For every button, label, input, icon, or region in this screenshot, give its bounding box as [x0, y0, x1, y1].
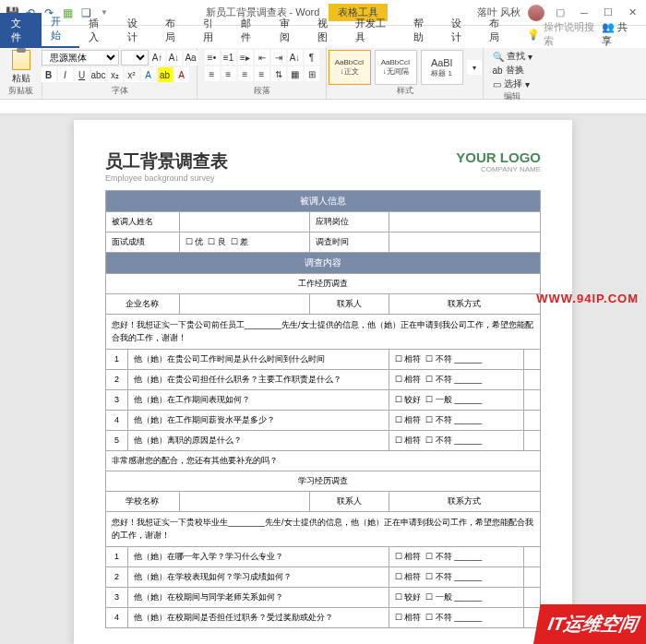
paste-icon [12, 50, 30, 70]
tab-view[interactable]: 视图 [308, 13, 346, 48]
group-font: 思源黑体 10 A↑ A↓ Aa B I U abc x₂ x² A ab A … [42, 48, 197, 99]
sort-icon[interactable]: A↓ [288, 50, 303, 65]
shading-icon[interactable]: ▦ [288, 66, 303, 81]
select-button[interactable]: ▭选择▾ [493, 78, 532, 90]
paste-button[interactable]: 粘贴 [12, 50, 30, 85]
tell-me-search[interactable]: 💡操作说明搜索 [527, 20, 602, 48]
table-row[interactable]: 2他（她）在贵公司担任什么职务？主要工作职责是什么？相符 不符 ______ [106, 369, 541, 389]
tab-review[interactable]: 审阅 [270, 13, 308, 48]
underline-button[interactable]: U [75, 67, 90, 82]
highlight-icon[interactable]: ab [158, 67, 173, 82]
tab-insert[interactable]: 插入 [79, 13, 117, 48]
increase-indent-icon[interactable]: ⇥ [271, 50, 286, 65]
close-icon[interactable]: ✕ [624, 6, 640, 18]
bold-button[interactable]: B [42, 67, 56, 82]
document-area[interactable]: 员工背景调查表 Employee background survey YOUR … [0, 114, 646, 644]
maximize-icon[interactable]: ☐ [600, 6, 616, 18]
align-left-icon[interactable]: ≡ [205, 66, 220, 81]
multilevel-icon[interactable]: ≡▸ [238, 50, 253, 65]
logo-placeholder[interactable]: YOUR LOGO [456, 149, 541, 165]
doc-subtitle[interactable]: Employee background survey [105, 173, 228, 183]
table-row[interactable]: 1他（她）在哪一年入学？学习什么专业？相符 不符 ______ [106, 546, 541, 566]
show-marks-icon[interactable]: ¶ [305, 50, 319, 65]
group-styles: AaBbCcI↓正文 AaBbCcI↓无间隔 AaBl标题 1 ▾ 样式 [327, 48, 484, 99]
watermark-url: WWW.94IP.COM [536, 292, 639, 305]
table-row[interactable]: 4他（她）在校期间是否担任过职务？受过奖励或处分？相符 不符 ______ [106, 607, 541, 627]
table-row[interactable]: 2他（她）在学校表现如何？学习成绩如何？相符 不符 ______ [106, 566, 541, 587]
subscript-button[interactable]: x₂ [108, 67, 123, 82]
shrink-font-icon[interactable]: A↓ [167, 51, 182, 66]
select-icon: ▭ [493, 79, 501, 89]
doc-title[interactable]: 员工背景调查表 [105, 149, 228, 173]
tab-mailings[interactable]: 邮件 [232, 13, 269, 48]
tab-table-layout[interactable]: 布局 [480, 13, 518, 48]
tab-file[interactable]: 文件 [0, 13, 42, 48]
tab-help[interactable]: 帮助 [404, 13, 442, 48]
italic-button[interactable]: I [58, 67, 73, 82]
justify-icon[interactable]: ≡ [255, 66, 269, 81]
align-right-icon[interactable]: ≡ [238, 66, 253, 81]
line-spacing-icon[interactable]: ⇅ [271, 66, 286, 81]
font-size-select[interactable]: 10 [121, 50, 149, 66]
superscript-button[interactable]: x² [125, 67, 139, 82]
tab-design[interactable]: 设计 [118, 13, 156, 48]
strikethrough-button[interactable]: abc [91, 67, 106, 82]
replace-icon: ab [493, 66, 503, 76]
page[interactable]: 员工背景调查表 Employee background survey YOUR … [74, 120, 572, 644]
horizontal-ruler[interactable] [0, 100, 646, 114]
table-row[interactable]: 3他（她）在校期间与同学老师关系如何？较好 一般 ______ [106, 587, 541, 607]
numbering-icon[interactable]: ≡1 [221, 50, 236, 65]
user-avatar[interactable] [528, 5, 544, 21]
decrease-indent-icon[interactable]: ⇤ [255, 50, 269, 65]
styles-more-icon[interactable]: ▾ [467, 60, 482, 75]
style-heading1[interactable]: AaBl标题 1 [421, 50, 463, 85]
replace-button[interactable]: ab替换 [493, 64, 532, 77]
ribbon-tabs: 文件 开始 插入 设计 布局 引用 邮件 审阅 视图 开发工具 帮助 设计 布局… [0, 26, 646, 48]
grow-font-icon[interactable]: A↑ [150, 51, 165, 66]
find-icon: 🔍 [493, 52, 504, 62]
company-name-placeholder[interactable]: COMPANY NAME [456, 165, 541, 173]
minimize-icon[interactable]: ─ [576, 7, 592, 18]
group-paragraph: ≡• ≡1 ≡▸ ⇤ ⇥ A↓ ¶ ≡ ≡ ≡ ≡ ⇅ ▦ ⊞ 段落 [197, 48, 327, 99]
tab-layout[interactable]: 布局 [156, 13, 194, 48]
font-color-icon[interactable]: A [174, 67, 189, 82]
text-effects-icon[interactable]: A [141, 67, 156, 82]
borders-icon[interactable]: ⊞ [305, 66, 319, 81]
section-header[interactable]: 调查内容 [106, 253, 541, 274]
change-case-icon[interactable]: Aa [184, 51, 198, 66]
bulb-icon: 💡 [527, 29, 540, 41]
tab-table-design[interactable]: 设计 [442, 13, 480, 48]
align-center-icon[interactable]: ≡ [221, 66, 236, 81]
watermark-brand: IT运维空间 [533, 604, 646, 644]
style-no-spacing[interactable]: AaBbCcI↓无间隔 [375, 50, 417, 85]
style-normal[interactable]: AaBbCcI↓正文 [329, 50, 371, 85]
group-editing: 🔍查找▾ ab替换 ▭选择▾ 编辑 [484, 48, 541, 99]
survey-table[interactable]: 被调人信息 被调人姓名 应聘岗位 面试成绩 优 良 差 调查时间 调查内容 工作… [105, 190, 541, 628]
table-row[interactable]: 4他（她）在工作期间薪资水平是多少？相符 不符 ______ [106, 410, 541, 430]
table-row[interactable]: 1他（她）在贵公司工作时间是从什么时间到什么时间相符 不符 ______ [106, 349, 541, 369]
ribbon: 粘贴 剪贴板 思源黑体 10 A↑ A↓ Aa B I U abc x₂ x² … [0, 48, 646, 100]
find-button[interactable]: 🔍查找▾ [493, 50, 532, 63]
bullets-icon[interactable]: ≡• [205, 50, 220, 65]
section-header[interactable]: 被调人信息 [106, 191, 541, 212]
ribbon-options-icon[interactable]: ▢ [552, 6, 568, 18]
share-button[interactable]: 👥 共享 [602, 20, 637, 48]
group-clipboard: 粘贴 剪贴板 [0, 48, 42, 99]
table-row[interactable]: 5他（她）离职的原因是什么？相符 不符 ______ [106, 430, 541, 450]
table-row[interactable]: 3他（她）在工作期间表现如何？较好 一般 ______ [106, 389, 541, 410]
tab-developer[interactable]: 开发工具 [346, 13, 403, 48]
tab-home[interactable]: 开始 [42, 11, 79, 48]
tab-references[interactable]: 引用 [194, 13, 232, 48]
font-name-select[interactable]: 思源黑体 [42, 50, 119, 66]
